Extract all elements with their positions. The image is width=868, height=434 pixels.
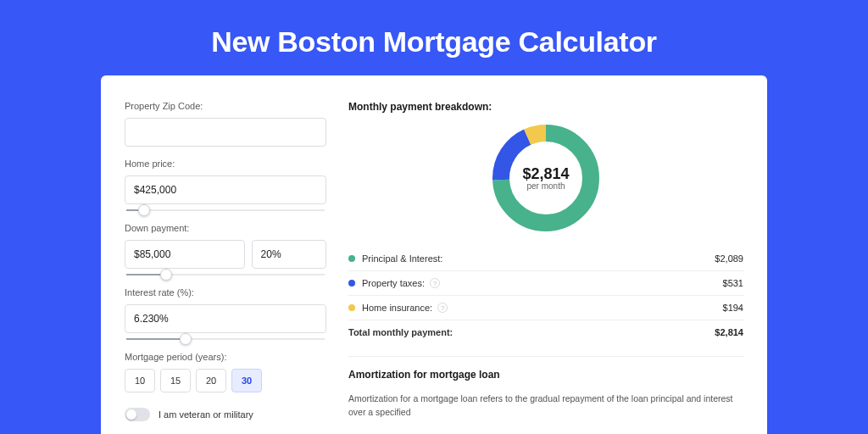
breakdown-row: Home insurance:?$194 bbox=[348, 296, 743, 320]
down-payment-pct-input[interactable] bbox=[252, 240, 326, 269]
page-title: New Boston Mortgage Calculator bbox=[0, 25, 868, 58]
zip-input[interactable] bbox=[125, 118, 326, 147]
inputs-panel: Property Zip Code: Home price: Down paym… bbox=[125, 101, 326, 421]
field-zip: Property Zip Code: bbox=[125, 101, 326, 147]
breakdown-title: Monthly payment breakdown: bbox=[348, 101, 743, 113]
breakdown-value: $194 bbox=[723, 303, 743, 313]
slider-thumb-icon[interactable] bbox=[180, 333, 192, 345]
field-home-price: Home price: bbox=[125, 159, 326, 211]
help-icon[interactable]: ? bbox=[430, 278, 440, 288]
breakdown-row: Principal & Interest:$2,089 bbox=[348, 247, 743, 271]
period-option-15[interactable]: 15 bbox=[160, 369, 191, 392]
total-label: Total monthly payment: bbox=[348, 327, 453, 337]
slider-thumb-icon[interactable] bbox=[138, 204, 150, 216]
period-option-20[interactable]: 20 bbox=[196, 369, 226, 392]
home-price-input[interactable] bbox=[125, 175, 326, 204]
donut-value: $2,814 bbox=[522, 165, 569, 183]
legend-dot-icon bbox=[348, 255, 355, 262]
field-periods: Mortgage period (years): 10152030 bbox=[125, 352, 326, 392]
interest-rate-slider[interactable] bbox=[126, 338, 325, 340]
amortization-section: Amortization for mortgage loan Amortizat… bbox=[348, 356, 743, 420]
donut-chart-wrap: $2,814 per month bbox=[348, 125, 743, 231]
breakdown-list: Principal & Interest:$2,089Property taxe… bbox=[348, 247, 743, 344]
zip-label: Property Zip Code: bbox=[125, 101, 326, 111]
interest-rate-input[interactable] bbox=[125, 304, 326, 333]
period-option-30[interactable]: 30 bbox=[231, 369, 262, 392]
breakdown-label: Principal & Interest: bbox=[362, 253, 442, 264]
breakdown-value: $531 bbox=[723, 278, 743, 288]
total-row: Total monthly payment:$2,814 bbox=[348, 320, 743, 344]
periods-label: Mortgage period (years): bbox=[125, 352, 326, 362]
field-interest-rate: Interest rate (%): bbox=[125, 287, 326, 340]
down-payment-amount-input[interactable] bbox=[125, 240, 245, 269]
results-panel: Monthly payment breakdown: $2,814 per mo… bbox=[348, 101, 743, 421]
periods-group: 10152030 bbox=[125, 369, 326, 392]
total-value: $2,814 bbox=[715, 327, 743, 337]
breakdown-value: $2,089 bbox=[715, 253, 743, 264]
period-option-10[interactable]: 10 bbox=[125, 369, 155, 392]
slider-thumb-icon[interactable] bbox=[160, 269, 172, 281]
donut-sub: per month bbox=[522, 181, 569, 191]
veteran-label: I am veteran or military bbox=[159, 409, 253, 420]
home-price-slider[interactable] bbox=[126, 209, 325, 211]
hero: New Boston Mortgage Calculator bbox=[0, 0, 868, 75]
down-payment-slider[interactable] bbox=[126, 274, 325, 275]
toggle-knob-icon bbox=[126, 409, 136, 420]
amort-body: Amortization for a mortgage loan refers … bbox=[348, 392, 743, 420]
breakdown-label: Property taxes: bbox=[362, 278, 425, 288]
help-icon[interactable]: ? bbox=[437, 303, 448, 313]
home-price-label: Home price: bbox=[125, 159, 326, 169]
donut-chart: $2,814 per month bbox=[492, 125, 599, 231]
amort-title: Amortization for mortgage loan bbox=[348, 369, 743, 381]
breakdown-row: Property taxes:?$531 bbox=[348, 271, 743, 296]
donut-center: $2,814 per month bbox=[522, 165, 569, 191]
down-payment-label: Down payment: bbox=[125, 223, 326, 233]
legend-dot-icon bbox=[348, 304, 355, 311]
legend-dot-icon bbox=[348, 280, 355, 287]
calculator-card: Property Zip Code: Home price: Down paym… bbox=[101, 75, 767, 434]
interest-rate-label: Interest rate (%): bbox=[125, 287, 326, 298]
breakdown-label: Home insurance: bbox=[362, 303, 432, 313]
veteran-toggle[interactable] bbox=[125, 408, 150, 421]
field-down-payment: Down payment: bbox=[125, 223, 326, 275]
veteran-toggle-row: I am veteran or military bbox=[125, 408, 326, 421]
